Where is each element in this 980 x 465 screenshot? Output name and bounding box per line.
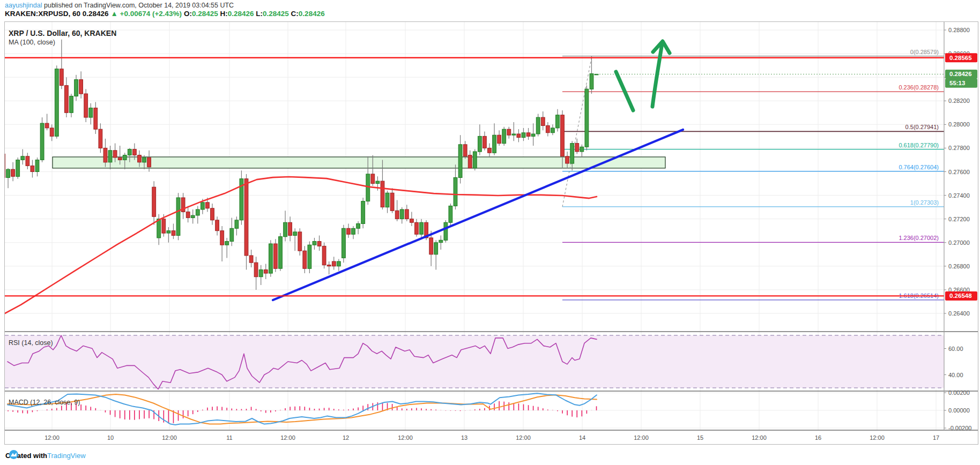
svg-text:0.27400: 0.27400 [948,192,970,199]
support-trendline [273,130,683,300]
svg-text:12:00: 12:00 [280,434,295,441]
svg-text:0.5(0.27941): 0.5(0.27941) [905,124,939,130]
svg-text:0.26800: 0.26800 [948,263,970,269]
svg-text:0.28426: 0.28426 [949,71,972,77]
rsi-band [5,335,944,388]
author-link[interactable]: aayushjindal [5,2,42,9]
svg-text:16: 16 [815,434,821,441]
last-price: 0.28426 [83,10,109,18]
svg-text:0.00000: 0.00000 [948,407,970,414]
footer: Created with TradingView [5,450,86,461]
close-value: 0.28426 [299,10,325,18]
rsi-indicator-label[interactable]: RSI (14, close) [9,339,53,347]
svg-text:13: 13 [461,434,467,441]
svg-text:0.28000: 0.28000 [948,121,970,128]
tradingview-brand-link[interactable]: TradingView [47,452,86,460]
svg-text:1.236(0.27002): 1.236(0.27002) [899,235,939,241]
svg-text:0.236(0.28278): 0.236(0.28278) [899,84,939,91]
low-value: 0.28425 [263,10,289,18]
svg-text:12:00: 12:00 [870,434,885,441]
high-value: 0.28426 [228,10,254,18]
svg-text:10: 10 [107,434,114,441]
svg-text:0.27200: 0.27200 [948,216,970,222]
tradingview-published-chart: aayushjindal published on TradingView.co… [0,0,980,465]
publish-header: aayushjindal published on TradingView.co… [5,2,234,9]
svg-text:0.28800: 0.28800 [948,27,970,33]
macd-indicator-label[interactable]: MACD (12, 26, close, 9) [9,399,80,406]
time-axis: 12:001012:001112:001212:001312:001412:00… [44,434,939,441]
svg-text:-0.00200: -0.00200 [948,425,971,431]
alert-lines [5,58,944,296]
svg-text:0.28565: 0.28565 [949,55,972,61]
svg-text:0.27600: 0.27600 [948,169,970,175]
chart-title: XRP / U.S. Dollar, 60, KRAKEN [9,29,116,38]
ma-indicator-label[interactable]: MA (100, close) [9,39,55,46]
svg-text:0.27800: 0.27800 [948,145,970,151]
svg-text:60.00: 60.00 [948,346,963,352]
close-label: C: [291,10,299,18]
svg-text:11: 11 [226,434,232,441]
change-value: +0.00674 (+2.43%) [120,10,182,18]
svg-text:14: 14 [579,434,585,441]
chart-area[interactable]: 0(0.28579)0.236(0.28278)0.5(0.27941)0.61… [4,21,978,445]
svg-text:0.26400: 0.26400 [948,310,970,317]
svg-text:0.27000: 0.27000 [948,239,970,246]
tradingview-logo-icon [9,450,18,459]
svg-text:17: 17 [933,434,939,441]
svg-text:12:00: 12:00 [162,434,177,441]
svg-text:0.764(0.27604): 0.764(0.27604) [899,164,939,170]
chart-canvas[interactable]: 0(0.28579)0.236(0.28278)0.5(0.27941)0.61… [5,22,978,444]
up-triangle-icon: ▲ [110,10,117,18]
svg-text:0.26548: 0.26548 [949,292,972,299]
published-text: published on TradingView.com, October 14… [42,2,234,9]
svg-text:55:13: 55:13 [949,80,965,86]
high-label: H: [220,10,227,18]
svg-text:12:00: 12:00 [398,434,413,441]
symbol-label: KRAKEN:XRPUSD, 60 [5,10,80,18]
svg-text:12:00: 12:00 [752,434,767,441]
svg-text:12: 12 [343,434,349,441]
svg-text:12:00: 12:00 [516,434,531,441]
svg-text:15: 15 [697,434,703,441]
open-label: O: [184,10,192,18]
svg-text:1(0.27303): 1(0.27303) [910,199,939,206]
svg-text:12:00: 12:00 [44,434,60,441]
svg-text:40.00: 40.00 [948,372,963,378]
annotation-arrows [616,41,670,110]
open-value: 0.28425 [192,10,218,18]
low-label: L: [256,10,263,18]
fib-retracement: 0(0.28579)0.236(0.28278)0.5(0.27941)0.61… [562,49,944,300]
symbol-ohlc-bar: KRAKEN:XRPUSD, 60 0.28426 ▲ +0.00674 (+2… [5,10,325,18]
svg-text:0.28200: 0.28200 [948,98,970,104]
svg-text:12:00: 12:00 [634,434,649,441]
svg-text:0.00200: 0.00200 [948,389,970,396]
svg-text:0(0.28579): 0(0.28579) [910,49,939,55]
svg-text:0.618(0.27790): 0.618(0.27790) [899,142,939,148]
